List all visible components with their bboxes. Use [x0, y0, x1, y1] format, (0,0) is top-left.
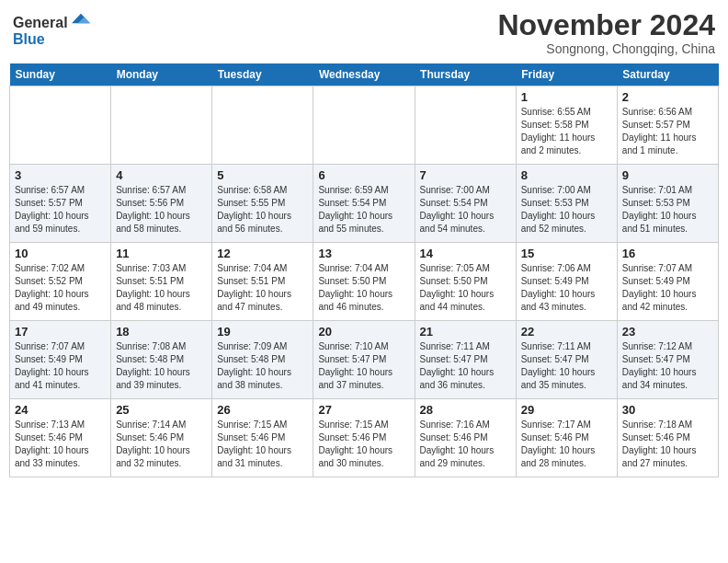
- calendar-day-6: 6Sunrise: 6:59 AM Sunset: 5:54 PM Daylig…: [313, 165, 415, 243]
- day-info: Sunrise: 7:07 AM Sunset: 5:49 PM Dayligh…: [15, 340, 106, 392]
- calendar-day-26: 26Sunrise: 7:15 AM Sunset: 5:46 PM Dayli…: [212, 399, 313, 477]
- calendar-week-row: 1Sunrise: 6:55 AM Sunset: 5:58 PM Daylig…: [10, 86, 719, 165]
- calendar-week-row: 3Sunrise: 6:57 AM Sunset: 5:57 PM Daylig…: [10, 165, 719, 243]
- page-header: General Blue November 2024 Songnong, Cho…: [9, 9, 719, 56]
- day-info: Sunrise: 7:11 AM Sunset: 5:47 PM Dayligh…: [521, 340, 612, 392]
- day-info: Sunrise: 7:05 AM Sunset: 5:50 PM Dayligh…: [420, 262, 511, 314]
- day-number: 12: [217, 247, 308, 260]
- day-number: 19: [217, 325, 308, 339]
- calendar-day-21: 21Sunrise: 7:11 AM Sunset: 5:47 PM Dayli…: [415, 321, 516, 399]
- calendar-week-row: 24Sunrise: 7:13 AM Sunset: 5:46 PM Dayli…: [10, 399, 719, 477]
- day-number: 11: [116, 247, 207, 260]
- day-number: 24: [15, 403, 106, 417]
- calendar-day-17: 17Sunrise: 7:07 AM Sunset: 5:49 PM Dayli…: [10, 321, 111, 399]
- calendar-day-10: 10Sunrise: 7:02 AM Sunset: 5:52 PM Dayli…: [10, 243, 111, 321]
- day-number: 26: [217, 403, 308, 417]
- day-number: 10: [15, 247, 106, 260]
- day-header-wednesday: Wednesday: [313, 63, 415, 86]
- calendar-day-24: 24Sunrise: 7:13 AM Sunset: 5:46 PM Dayli…: [10, 399, 111, 477]
- day-number: 15: [521, 247, 612, 260]
- day-info: Sunrise: 6:57 AM Sunset: 5:57 PM Dayligh…: [15, 184, 106, 236]
- day-number: 2: [622, 90, 713, 104]
- day-number: 4: [116, 168, 207, 182]
- day-info: Sunrise: 7:15 AM Sunset: 5:46 PM Dayligh…: [217, 419, 308, 470]
- calendar-header-row: SundayMondayTuesdayWednesdayThursdayFrid…: [10, 63, 719, 86]
- day-info: Sunrise: 7:17 AM Sunset: 5:46 PM Dayligh…: [521, 419, 612, 470]
- calendar-day-1: 1Sunrise: 6:55 AM Sunset: 5:58 PM Daylig…: [516, 86, 617, 165]
- calendar-day-7: 7Sunrise: 7:00 AM Sunset: 5:54 PM Daylig…: [415, 165, 516, 243]
- day-number: 16: [622, 247, 713, 260]
- calendar-day-22: 22Sunrise: 7:11 AM Sunset: 5:47 PM Dayli…: [516, 321, 617, 399]
- day-info: Sunrise: 7:02 AM Sunset: 5:52 PM Dayligh…: [15, 262, 106, 314]
- calendar-empty-cell: [10, 86, 111, 165]
- calendar-day-2: 2Sunrise: 6:56 AM Sunset: 5:57 PM Daylig…: [617, 86, 718, 165]
- day-info: Sunrise: 7:04 AM Sunset: 5:51 PM Dayligh…: [217, 262, 308, 314]
- calendar-day-12: 12Sunrise: 7:04 AM Sunset: 5:51 PM Dayli…: [212, 243, 313, 321]
- calendar-day-30: 30Sunrise: 7:18 AM Sunset: 5:46 PM Dayli…: [617, 399, 718, 477]
- day-info: Sunrise: 7:12 AM Sunset: 5:47 PM Dayligh…: [622, 340, 713, 392]
- logo: General Blue: [13, 9, 90, 48]
- day-number: 7: [420, 168, 511, 182]
- day-info: Sunrise: 7:03 AM Sunset: 5:51 PM Dayligh…: [116, 262, 207, 314]
- calendar-day-13: 13Sunrise: 7:04 AM Sunset: 5:50 PM Dayli…: [313, 243, 415, 321]
- calendar-week-row: 17Sunrise: 7:07 AM Sunset: 5:49 PM Dayli…: [10, 321, 719, 399]
- day-number: 30: [622, 403, 713, 417]
- day-number: 29: [521, 403, 612, 417]
- day-number: 22: [521, 325, 612, 339]
- day-info: Sunrise: 7:00 AM Sunset: 5:54 PM Dayligh…: [420, 184, 511, 236]
- day-header-tuesday: Tuesday: [212, 63, 313, 86]
- day-header-monday: Monday: [111, 63, 212, 86]
- month-title: November 2024: [497, 9, 715, 41]
- calendar-day-16: 16Sunrise: 7:07 AM Sunset: 5:49 PM Dayli…: [617, 243, 718, 321]
- calendar-day-29: 29Sunrise: 7:17 AM Sunset: 5:46 PM Dayli…: [516, 399, 617, 477]
- day-info: Sunrise: 6:56 AM Sunset: 5:57 PM Dayligh…: [622, 106, 713, 157]
- day-info: Sunrise: 6:58 AM Sunset: 5:55 PM Dayligh…: [217, 184, 308, 236]
- calendar-day-15: 15Sunrise: 7:06 AM Sunset: 5:49 PM Dayli…: [516, 243, 617, 321]
- day-header-sunday: Sunday: [10, 63, 111, 86]
- calendar-day-5: 5Sunrise: 6:58 AM Sunset: 5:55 PM Daylig…: [212, 165, 313, 243]
- day-number: 8: [521, 168, 612, 182]
- day-number: 25: [116, 403, 207, 417]
- day-number: 1: [521, 90, 612, 104]
- day-info: Sunrise: 6:55 AM Sunset: 5:58 PM Dayligh…: [521, 106, 612, 157]
- calendar-day-4: 4Sunrise: 6:57 AM Sunset: 5:56 PM Daylig…: [111, 165, 212, 243]
- day-info: Sunrise: 7:00 AM Sunset: 5:53 PM Dayligh…: [521, 184, 612, 236]
- calendar-day-9: 9Sunrise: 7:01 AM Sunset: 5:53 PM Daylig…: [617, 165, 718, 243]
- calendar-table: SundayMondayTuesdayWednesdayThursdayFrid…: [9, 63, 719, 477]
- day-info: Sunrise: 7:06 AM Sunset: 5:49 PM Dayligh…: [521, 262, 612, 314]
- day-info: Sunrise: 7:09 AM Sunset: 5:48 PM Dayligh…: [217, 340, 308, 392]
- day-info: Sunrise: 7:01 AM Sunset: 5:53 PM Dayligh…: [622, 184, 713, 236]
- calendar-day-18: 18Sunrise: 7:08 AM Sunset: 5:48 PM Dayli…: [111, 321, 212, 399]
- calendar-day-11: 11Sunrise: 7:03 AM Sunset: 5:51 PM Dayli…: [111, 243, 212, 321]
- day-number: 5: [217, 168, 308, 182]
- day-info: Sunrise: 7:13 AM Sunset: 5:46 PM Dayligh…: [15, 419, 106, 470]
- calendar-day-28: 28Sunrise: 7:16 AM Sunset: 5:46 PM Dayli…: [415, 399, 516, 477]
- location-subtitle: Songnong, Chongqing, China: [497, 41, 715, 56]
- day-number: 6: [318, 168, 409, 182]
- day-number: 27: [318, 403, 409, 417]
- day-number: 3: [15, 168, 106, 182]
- calendar-day-20: 20Sunrise: 7:10 AM Sunset: 5:47 PM Dayli…: [313, 321, 415, 399]
- day-info: Sunrise: 7:07 AM Sunset: 5:49 PM Dayligh…: [622, 262, 713, 314]
- calendar-week-row: 10Sunrise: 7:02 AM Sunset: 5:52 PM Dayli…: [10, 243, 719, 321]
- day-number: 21: [420, 325, 511, 339]
- day-header-thursday: Thursday: [415, 63, 516, 86]
- day-info: Sunrise: 7:08 AM Sunset: 5:48 PM Dayligh…: [116, 340, 207, 392]
- day-number: 14: [420, 247, 511, 260]
- day-info: Sunrise: 7:14 AM Sunset: 5:46 PM Dayligh…: [116, 419, 207, 470]
- day-info: Sunrise: 7:15 AM Sunset: 5:46 PM Dayligh…: [318, 419, 409, 470]
- day-number: 17: [15, 325, 106, 339]
- calendar-empty-cell: [313, 86, 415, 165]
- day-number: 9: [622, 168, 713, 182]
- title-area: November 2024 Songnong, Chongqing, China: [497, 9, 715, 56]
- calendar-day-25: 25Sunrise: 7:14 AM Sunset: 5:46 PM Dayli…: [111, 399, 212, 477]
- calendar-day-23: 23Sunrise: 7:12 AM Sunset: 5:47 PM Dayli…: [617, 321, 718, 399]
- day-number: 23: [622, 325, 713, 339]
- day-number: 28: [420, 403, 511, 417]
- day-info: Sunrise: 7:16 AM Sunset: 5:46 PM Dayligh…: [420, 419, 511, 470]
- day-info: Sunrise: 6:59 AM Sunset: 5:54 PM Dayligh…: [318, 184, 409, 236]
- calendar-day-19: 19Sunrise: 7:09 AM Sunset: 5:48 PM Dayli…: [212, 321, 313, 399]
- day-info: Sunrise: 7:18 AM Sunset: 5:46 PM Dayligh…: [622, 419, 713, 470]
- day-info: Sunrise: 7:10 AM Sunset: 5:47 PM Dayligh…: [318, 340, 409, 392]
- calendar-empty-cell: [111, 86, 212, 165]
